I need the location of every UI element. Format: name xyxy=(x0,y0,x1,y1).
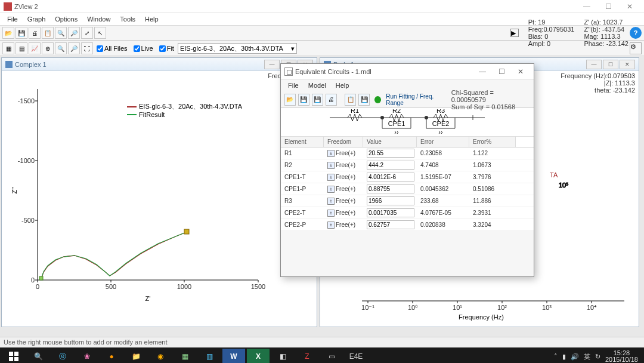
zoom-in-icon[interactable]: 🔍 xyxy=(55,27,67,39)
start-button[interactable] xyxy=(2,349,25,363)
xy-icon[interactable]: ⊕ xyxy=(42,42,54,54)
panel-max-icon[interactable]: ☐ xyxy=(603,60,618,69)
fit-icon[interactable]: ⛶ xyxy=(81,42,93,54)
menu-file[interactable]: File xyxy=(2,14,23,24)
svg-text:››: ›› xyxy=(438,128,443,136)
header-error[interactable]: Error xyxy=(417,137,469,147)
panel-min-icon[interactable]: — xyxy=(586,60,602,69)
freedom-toggle-icon[interactable]: ± xyxy=(327,162,335,169)
open-icon[interactable]: 📂 xyxy=(284,94,296,106)
tray-up-icon[interactable]: ˄ xyxy=(554,353,558,361)
firefox-icon[interactable]: ● xyxy=(100,349,123,363)
table-row[interactable]: R1±Free(+)0.230581.122 xyxy=(281,147,534,159)
table-row[interactable]: CPE2-P±Free(+)0.0208383.3204 xyxy=(281,219,534,231)
zoom-out-icon[interactable]: 🔎 xyxy=(68,27,80,39)
table-row[interactable]: R3±Free(+)233.6811.886 xyxy=(281,195,534,207)
header-freedom[interactable]: Freedom xyxy=(324,137,363,147)
word-icon[interactable]: W xyxy=(222,349,245,363)
value-input[interactable] xyxy=(367,173,414,182)
freedom-toggle-icon[interactable]: ± xyxy=(327,186,335,193)
zview-taskbar-icon[interactable]: Z xyxy=(296,349,318,363)
table-row[interactable]: CPE2-T±Free(+)4.0767E-052.3931 xyxy=(281,207,534,219)
clock[interactable]: 15:28 2015/10/18 xyxy=(605,350,642,363)
freedom-toggle-icon[interactable]: ± xyxy=(327,198,335,205)
header-errorp[interactable]: Error% xyxy=(469,137,516,147)
ime-indicator[interactable]: 英 xyxy=(584,352,590,361)
header-value[interactable]: Value xyxy=(363,137,417,147)
panel-icon xyxy=(5,61,13,68)
dialog-min-icon[interactable]: — xyxy=(473,65,492,78)
open-icon[interactable]: 📂 xyxy=(2,27,14,39)
volume-icon[interactable]: 🔊 xyxy=(571,353,579,361)
save-icon[interactable]: 💾 xyxy=(16,27,27,39)
menu-options[interactable]: Options xyxy=(50,14,82,24)
run-fitting-button[interactable]: Run Fitting / Freq. Range xyxy=(386,93,448,106)
copy-icon[interactable]: 📋 xyxy=(345,94,356,106)
print-icon[interactable]: 🖨 xyxy=(29,27,41,39)
dialog-max-icon[interactable]: ☐ xyxy=(492,65,511,78)
dialog-menu-model[interactable]: Model xyxy=(304,81,331,90)
print-icon[interactable]: 🖨 xyxy=(326,94,337,106)
table-row[interactable]: R2±Free(+)4.74081.0673 xyxy=(281,159,534,171)
play-icon[interactable]: ▶ xyxy=(510,29,519,37)
dialog-close-icon[interactable]: ✕ xyxy=(511,65,530,78)
menu-help[interactable]: Help xyxy=(140,14,163,24)
menu-window[interactable]: Window xyxy=(82,14,115,24)
header-element[interactable]: Element xyxy=(281,137,324,147)
saveas-icon[interactable]: 💾 xyxy=(312,94,323,106)
calc-icon[interactable]: ▦ xyxy=(174,349,196,363)
value-input[interactable] xyxy=(367,184,414,193)
table-row[interactable]: CPE1-T±Free(+)1.5195E-073.7976 xyxy=(281,171,534,183)
settings-icon[interactable]: ⚙ xyxy=(630,42,642,54)
table-row[interactable]: CPE1-P±Free(+)0.00453620.51086 xyxy=(281,183,534,195)
freedom-toggle-icon[interactable]: ± xyxy=(327,210,335,217)
value-input[interactable] xyxy=(367,161,414,170)
battery-icon[interactable]: ▮ xyxy=(562,353,566,361)
table-icon[interactable]: ▦ xyxy=(2,42,14,54)
app3-icon[interactable]: ▥ xyxy=(198,349,221,363)
circuit-diagram[interactable]: R1 R2 CPE1 ›› R3 xyxy=(281,108,534,137)
e4e-icon[interactable]: E4E xyxy=(345,349,367,363)
minimize-button[interactable]: — xyxy=(576,1,597,13)
freedom-toggle-icon[interactable]: ± xyxy=(327,222,335,229)
fit-check[interactable]: Fit xyxy=(159,45,174,52)
cursor-icon[interactable]: ↖ xyxy=(94,27,106,39)
live-check[interactable]: Live xyxy=(134,45,153,52)
close-button[interactable]: ✕ xyxy=(619,1,640,13)
sync-icon[interactable]: ↻ xyxy=(595,353,600,361)
value-input[interactable] xyxy=(367,196,414,205)
system-tray[interactable]: ˄ ▮ 🔊 英 ↻ 15:28 2015/10/18 xyxy=(554,350,642,363)
zoom-reset-icon[interactable]: ⤢ xyxy=(81,27,93,39)
zoom-icon[interactable]: 🔍 xyxy=(55,42,67,54)
value-input[interactable] xyxy=(367,208,414,217)
grid-icon[interactable]: ▤ xyxy=(16,42,27,54)
save-icon[interactable]: 💾 xyxy=(298,94,309,106)
nyquist-chart[interactable]: -1500 -1000 -500 0 0 500 xyxy=(2,71,317,310)
disk-icon[interactable]: 💾 xyxy=(358,94,370,106)
value-input[interactable] xyxy=(367,220,414,229)
copy-icon[interactable]: 📋 xyxy=(42,27,54,39)
file-selector[interactable]: EIS-glc-6-3、20Ac、30th-4.3V.DTA▾ xyxy=(178,43,297,54)
zoom2-icon[interactable]: 🔎 xyxy=(68,42,80,54)
allfiles-check[interactable]: All Files xyxy=(97,45,128,52)
menu-tools[interactable]: Tools xyxy=(115,14,140,24)
menu-graph[interactable]: Graph xyxy=(23,14,51,24)
dialog-menu-help[interactable]: Help xyxy=(331,81,354,90)
chart-icon[interactable]: 📈 xyxy=(29,42,41,54)
panel-close-icon[interactable]: ✕ xyxy=(620,60,635,69)
panel-min-icon[interactable]: — xyxy=(264,60,280,69)
app1-icon[interactable]: ❀ xyxy=(76,349,98,363)
explorer-icon[interactable]: 📁 xyxy=(125,349,147,363)
freedom-toggle-icon[interactable]: ± xyxy=(327,150,335,157)
ie-icon[interactable]: ⓔ xyxy=(51,349,74,363)
app2-icon[interactable]: ◉ xyxy=(149,349,172,363)
excel-icon[interactable]: X xyxy=(247,349,270,363)
value-input[interactable] xyxy=(367,149,414,158)
freedom-toggle-icon[interactable]: ± xyxy=(327,174,335,181)
app4-icon[interactable]: ◧ xyxy=(271,349,294,363)
help-icon[interactable]: ? xyxy=(630,27,642,39)
maximize-button[interactable]: ☐ xyxy=(597,1,619,13)
dialog-menu-file[interactable]: File xyxy=(283,81,304,90)
app5-icon[interactable]: ▭ xyxy=(320,349,343,363)
search-icon[interactable]: 🔍 xyxy=(27,349,49,363)
